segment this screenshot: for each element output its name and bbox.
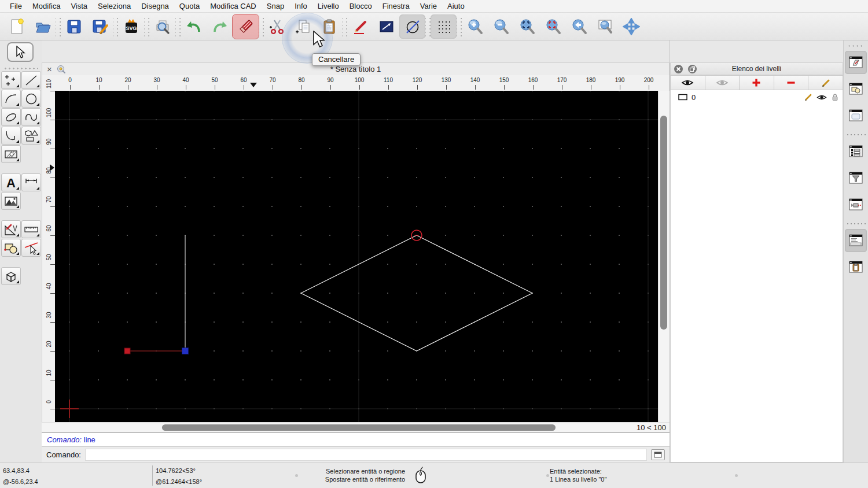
h-ruler-tick — [591, 85, 591, 90]
copy-button[interactable] — [290, 14, 316, 39]
menu-item-aiuto[interactable]: Aiuto — [442, 0, 470, 12]
print-preview-button[interactable] — [149, 14, 175, 39]
edit-layer-button[interactable] — [808, 75, 843, 90]
horizontal-scrollbar[interactable]: 10 < 100 — [42, 422, 670, 432]
cut-button[interactable] — [264, 14, 290, 39]
command-window-button[interactable] — [845, 229, 867, 252]
zoom-selection-button[interactable] — [540, 14, 566, 39]
block-list-window-icon — [848, 82, 864, 97]
save-button[interactable] — [61, 14, 87, 39]
zoom-auto-button[interactable] — [514, 14, 540, 39]
image-tool-button[interactable] — [1, 192, 21, 210]
zoom-in-button[interactable] — [462, 14, 488, 39]
h-ruler-label: 30 — [153, 77, 160, 83]
export-svg-button[interactable]: SVG — [118, 14, 144, 39]
zoom-out-button[interactable] — [488, 14, 514, 39]
open-button[interactable] — [30, 14, 56, 39]
strip-drag-handle[interactable] — [847, 43, 865, 47]
select-entity-tool-button[interactable] — [21, 239, 41, 257]
menu-item-finestra[interactable]: Finestra — [377, 0, 415, 12]
command-dock-button[interactable] — [651, 449, 665, 460]
pan-button[interactable] — [618, 14, 644, 39]
layer-list-window-icon — [848, 55, 864, 70]
drawing-canvas[interactable] — [55, 91, 658, 422]
text-tool-button[interactable]: A — [1, 173, 21, 191]
h-ruler-label: 190 — [615, 77, 625, 83]
paste-button[interactable] — [316, 14, 342, 39]
redo-button[interactable] — [207, 14, 233, 39]
entity-list-window-button[interactable] — [845, 140, 867, 163]
circle-tool-button[interactable] — [21, 90, 41, 108]
menu-item-modifica-cad[interactable]: Modifica CAD — [205, 0, 261, 12]
menu-item-seleziona[interactable]: Seleziona — [93, 0, 136, 12]
h-ruler-label: 0 — [68, 77, 72, 83]
remove-layer-button[interactable] — [774, 75, 809, 90]
layer-list-window-button[interactable] — [845, 51, 867, 74]
undo-button[interactable] — [181, 14, 207, 39]
erase-button[interactable] — [233, 14, 259, 39]
new-document-button[interactable] — [3, 14, 30, 39]
panel-close-icon[interactable] — [674, 64, 683, 74]
select-tool-button[interactable] — [7, 42, 34, 62]
points-tool-button[interactable] — [1, 71, 21, 89]
plugin-window-button[interactable] — [845, 193, 867, 216]
menu-item-disegna[interactable]: Disegna — [136, 0, 174, 12]
block-list-window-button[interactable] — [845, 77, 867, 101]
pen-attributes-button[interactable] — [347, 14, 373, 39]
layer-lock-icon[interactable] — [831, 93, 839, 101]
arc-tool-button[interactable] — [1, 90, 21, 108]
filter-window-button[interactable] — [845, 167, 867, 190]
menu-item-info[interactable]: Info — [289, 0, 312, 12]
zoom-window-button[interactable] — [592, 14, 618, 39]
circle-attributes-button[interactable] — [399, 14, 425, 39]
panel-float-icon[interactable] — [687, 64, 697, 74]
palette-drag-handle[interactable] — [3, 65, 38, 70]
menu-item-modifica[interactable]: Modifica — [27, 0, 65, 12]
clipboard-window-button[interactable] — [845, 256, 867, 279]
layer-row[interactable]: 0 — [671, 90, 843, 104]
document-close-icon[interactable]: × — [47, 65, 52, 73]
toolbar-separator — [113, 16, 118, 38]
h-ruler-tick — [388, 85, 389, 90]
line-attributes-button[interactable] — [373, 14, 399, 39]
measure-tool-button[interactable] — [21, 220, 41, 238]
layer-visibility-box-icon[interactable] — [678, 94, 688, 101]
grid-toggle-button[interactable] — [431, 14, 457, 39]
modify-tool-button[interactable] — [1, 220, 21, 238]
menu-item-blocco[interactable]: Blocco — [344, 0, 377, 12]
vertical-scrollbar-thumb[interactable] — [660, 116, 667, 330]
vertical-scrollbar[interactable] — [658, 91, 670, 422]
solid-3d-tool-button[interactable] — [1, 267, 21, 285]
spline-tool-button[interactable] — [21, 108, 41, 126]
ellipse-tool-button[interactable] — [1, 108, 21, 126]
library-browser-window-button[interactable] — [845, 104, 867, 127]
menu-item-varie[interactable]: Varie — [415, 0, 442, 12]
show-all-layers-button[interactable] — [670, 75, 705, 90]
hide-all-layers-button[interactable] — [705, 75, 740, 90]
spline-tool-icon — [24, 110, 39, 125]
save-as-button[interactable] — [87, 14, 113, 39]
polygon-shapes-tool-button[interactable] — [21, 127, 41, 145]
menu-item-vista[interactable]: Vista — [65, 0, 93, 12]
layer-edit-pencil-icon[interactable] — [804, 93, 812, 101]
menu-item-file[interactable]: File — [5, 0, 27, 12]
h-ruler-label: 80 — [298, 77, 304, 83]
previous-view-button[interactable] — [566, 14, 592, 39]
command-input[interactable] — [85, 449, 647, 461]
menu-item-quota[interactable]: Quota — [174, 0, 205, 12]
arc-tool-icon — [3, 91, 19, 106]
menu-item-snap[interactable]: Snap — [262, 0, 289, 12]
open-folder-icon — [34, 18, 52, 35]
polyline-tool-button[interactable] — [1, 127, 21, 145]
hatch-tool-button[interactable] — [1, 145, 21, 163]
line-tool-button[interactable] — [21, 71, 41, 89]
ellipse-tool-icon — [3, 110, 19, 125]
menu-item-livello[interactable]: Livello — [312, 0, 344, 12]
dimension-tool-button[interactable] — [21, 173, 41, 191]
blocks-tool-button[interactable] — [1, 239, 21, 257]
layer-eye-icon[interactable] — [816, 94, 827, 101]
horizontal-scrollbar-thumb[interactable] — [162, 424, 556, 431]
v-ruler-label: 20 — [46, 341, 52, 347]
selected-line-end-handle — [182, 348, 189, 354]
add-layer-button[interactable] — [740, 75, 774, 90]
